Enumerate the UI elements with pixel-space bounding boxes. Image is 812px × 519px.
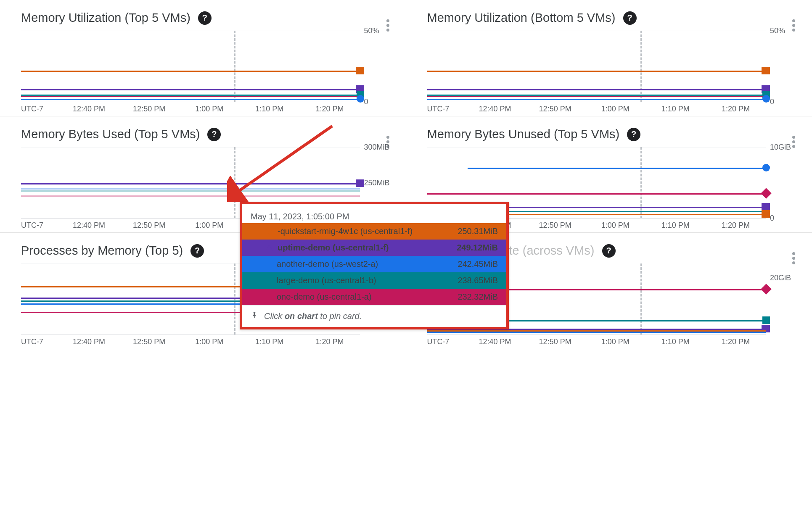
help-icon[interactable]: ?	[623, 11, 637, 25]
tooltip-row: large-demo (us-central1-b) 238.65MiB	[242, 272, 506, 289]
panel-title: Memory Utilization (Top 5 VMs)	[21, 11, 190, 25]
chart-area[interactable]: 50% 0	[21, 31, 360, 102]
tooltip-row: uptime-demo (us-central1-f) 249.12MiB	[242, 240, 506, 256]
help-icon[interactable]: ?	[198, 11, 212, 25]
panel-mem-util-bot: Memory Utilization (Bottom 5 VMs) ? 50% …	[406, 0, 812, 116]
panel-title: Memory Utilization (Bottom 5 VMs)	[427, 11, 616, 25]
help-icon[interactable]: ?	[207, 128, 221, 141]
chart-area[interactable]: 50% 0	[427, 31, 766, 102]
panel-mem-util-top: Memory Utilization (Top 5 VMs) ? 50% 0	[0, 0, 406, 116]
tooltip-hint: Click on chart to pin card.	[242, 305, 506, 327]
ytick: 50%	[364, 26, 379, 35]
tooltip-timestamp: May 11, 2023, 1:05:00 PM	[242, 204, 506, 223]
tooltip-row: -quickstart-rmig-4w1c (us-central1-f) 25…	[242, 223, 506, 240]
panel-title: Memory Bytes Unused (Top 5 VMs)	[427, 127, 620, 141]
panel-title: Processes by Memory (Top 5)	[21, 244, 183, 258]
x-axis: UTC-7 12:40 PM 12:50 PM 1:00 PM 1:10 PM …	[21, 102, 402, 113]
help-icon[interactable]: ?	[602, 244, 616, 258]
tooltip-row: one-demo (us-central1-a) 232.32MiB	[242, 289, 506, 305]
ytick: 0	[364, 97, 368, 106]
crosshair	[234, 31, 235, 102]
crosshair	[234, 263, 235, 335]
help-icon[interactable]: ?	[190, 244, 204, 258]
crosshair	[640, 263, 642, 335]
chart-tooltip: May 11, 2023, 1:05:00 PM -quickstart-rmi…	[240, 202, 509, 329]
dashboard-grid: Memory Utilization (Top 5 VMs) ? 50% 0	[0, 0, 812, 349]
crosshair	[640, 31, 642, 102]
panel-mem-used: Memory Bytes Used (Top 5 VMs) ? 300MiB 2…	[0, 116, 406, 233]
panel-title: Memory Bytes Used (Top 5 VMs)	[21, 127, 200, 141]
help-icon[interactable]: ?	[627, 128, 640, 141]
timezone-label: UTC-7	[21, 105, 59, 113]
tooltip-row: another-demo (us-west2-a) 242.45MiB	[242, 256, 506, 272]
pin-icon	[251, 311, 258, 322]
